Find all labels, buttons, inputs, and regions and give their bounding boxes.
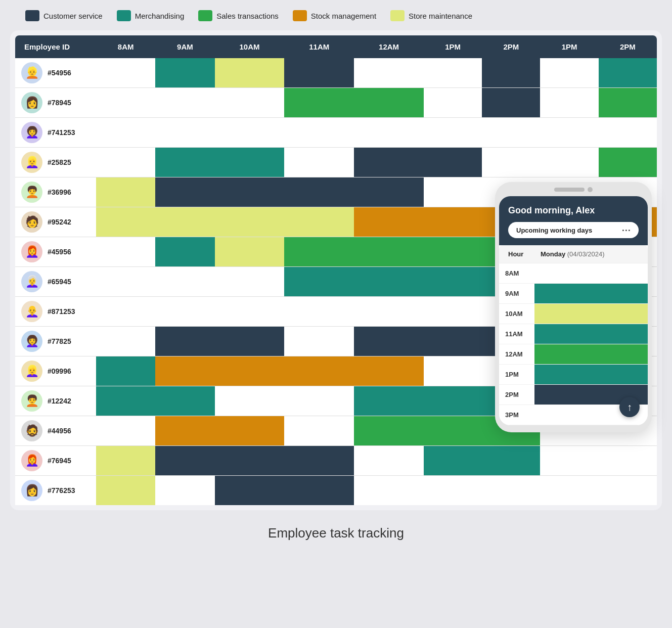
employee-cell-#12242: 🧑‍🦱#12242 bbox=[15, 386, 96, 416]
time-header-9AM-1: 9AM bbox=[155, 35, 214, 58]
sched-cell-#44956-3 bbox=[284, 416, 354, 446]
phone-sched-12AM bbox=[534, 344, 648, 365]
sched-cell-#25825-4 bbox=[354, 148, 424, 177]
table-row: 👩#78945 bbox=[15, 88, 657, 118]
avatar-#77825: 👩‍🦱 bbox=[21, 331, 42, 352]
sched-cell-#76945-6 bbox=[482, 446, 540, 476]
phone-hour-12AM: 12AM bbox=[499, 344, 534, 365]
avatar-#44956: 🧔 bbox=[21, 420, 42, 441]
sched-cell-#25825-0 bbox=[96, 148, 155, 177]
sched-cell-#25825-3 bbox=[284, 148, 354, 177]
sched-cell-#12242-2 bbox=[215, 386, 285, 416]
sched-cell-#871253-3 bbox=[284, 297, 354, 327]
sched-cell-#45956-2 bbox=[215, 237, 285, 267]
phone-hour-1PM: 1PM bbox=[499, 365, 534, 385]
phone-sched-10AM bbox=[534, 304, 648, 324]
upcoming-working-days-btn[interactable]: Upcoming working days ⋯ bbox=[508, 222, 639, 238]
page-title: Employee task tracking bbox=[268, 525, 404, 541]
sched-cell-#65945-3 bbox=[284, 267, 354, 297]
main-area: Employee ID8AM9AM10AM11AM12AM1PM2PM1PM2P… bbox=[10, 30, 662, 510]
sched-cell-#871253-1 bbox=[155, 297, 214, 327]
phone-schedule-row: 10AM bbox=[499, 304, 648, 324]
employee-cell-#45956: 👩‍🦰#45956 bbox=[15, 237, 96, 267]
sched-cell-#45956-3 bbox=[284, 237, 354, 267]
phone-card: Good morning, Alex Upcoming working days… bbox=[495, 182, 652, 432]
sched-cell-#25825-5 bbox=[424, 148, 482, 177]
sched-cell-#776253-0 bbox=[96, 476, 155, 506]
sched-cell-#44956-0 bbox=[96, 416, 155, 446]
time-header-2PM-6: 2PM bbox=[482, 35, 540, 58]
sched-cell-#78945-1 bbox=[155, 88, 214, 118]
sched-cell-#36996-3 bbox=[284, 177, 354, 207]
sched-cell-#25825-1 bbox=[155, 148, 214, 177]
phone-notch-pill bbox=[554, 188, 585, 192]
sched-cell-#09996-0 bbox=[96, 356, 155, 386]
sched-cell-#76945-7 bbox=[540, 446, 598, 476]
sched-cell-#54956-6 bbox=[482, 58, 540, 88]
sched-cell-#776253-6 bbox=[482, 476, 540, 506]
sched-cell-#78945-8 bbox=[599, 88, 657, 118]
legend-item-merchandising: Merchandising bbox=[117, 10, 185, 21]
sched-cell-#12242-1 bbox=[155, 386, 214, 416]
sched-cell-#776253-3 bbox=[284, 476, 354, 506]
sched-cell-#76945-8 bbox=[599, 446, 657, 476]
sched-cell-#36996-5 bbox=[424, 177, 482, 207]
emp-id-#871253: #871253 bbox=[48, 307, 75, 316]
legend-label-customer-service: Customer service bbox=[43, 12, 103, 20]
sched-cell-#65945-4 bbox=[354, 267, 424, 297]
scroll-up-fab[interactable]: ↑ bbox=[619, 397, 640, 417]
sched-cell-#25825-2 bbox=[215, 148, 285, 177]
sched-cell-#776253-5 bbox=[424, 476, 482, 506]
phone-schedule-row: 1PM bbox=[499, 365, 648, 385]
phone-day-header: Monday (04/03/2024) bbox=[534, 245, 648, 263]
time-header-1PM-7: 1PM bbox=[540, 35, 598, 58]
legend-label-sales-transactions: Sales transactions bbox=[216, 12, 279, 20]
sched-cell-#12242-3 bbox=[284, 386, 354, 416]
sched-cell-#44956-2 bbox=[215, 416, 285, 446]
avatar-#12242: 🧑‍🦱 bbox=[21, 390, 42, 412]
phone-hour-3PM: 3PM bbox=[499, 405, 534, 425]
sched-cell-#78945-7 bbox=[540, 88, 598, 118]
sched-cell-#45956-1 bbox=[155, 237, 214, 267]
sched-cell-#54956-0 bbox=[96, 58, 155, 88]
emp-id-#54956: #54956 bbox=[48, 69, 71, 77]
sched-cell-#36996-2 bbox=[215, 177, 285, 207]
legend-item-store-maintenance: Store maintenance bbox=[390, 10, 472, 21]
table-row: 👩‍🦰#76945 bbox=[15, 446, 657, 476]
sched-cell-#09996-5 bbox=[424, 356, 482, 386]
emp-id-#45956: #45956 bbox=[48, 248, 71, 256]
avatar-#95242: 🧑 bbox=[21, 211, 42, 233]
sched-cell-#95242-3 bbox=[284, 207, 354, 237]
time-header-12AM-4: 12AM bbox=[354, 35, 424, 58]
sched-cell-#871253-0 bbox=[96, 297, 155, 327]
phone-sched-1PM bbox=[534, 365, 648, 385]
time-header-1PM-5: 1PM bbox=[424, 35, 482, 58]
phone-schedule-row: 8AM bbox=[499, 263, 648, 284]
sched-cell-#78945-6 bbox=[482, 88, 540, 118]
sched-cell-#54956-4 bbox=[354, 58, 424, 88]
sched-cell-#95242-0 bbox=[96, 207, 155, 237]
employee-cell-#871253: 👩‍🦲#871253 bbox=[15, 297, 96, 327]
sched-cell-#95242-2 bbox=[215, 207, 285, 237]
sched-cell-#871253-5 bbox=[424, 297, 482, 327]
sched-cell-#77825-4 bbox=[354, 327, 424, 356]
sched-cell-#78945-2 bbox=[215, 88, 285, 118]
avatar-#09996: 👱‍♀️ bbox=[21, 361, 42, 382]
sched-cell-#09996-2 bbox=[215, 356, 285, 386]
phone-hour-9AM: 9AM bbox=[499, 284, 534, 304]
phone-greeting: Good morning, Alex bbox=[508, 205, 639, 216]
legend: Customer service Merchandising Sales tra… bbox=[25, 10, 472, 21]
legend-color-sales-transactions bbox=[198, 10, 212, 21]
employee-id-header: Employee ID bbox=[15, 35, 96, 58]
phone-schedule-row: 9AM bbox=[499, 284, 648, 304]
sched-cell-#741253-2 bbox=[215, 118, 285, 148]
legend-color-store-maintenance bbox=[390, 10, 405, 21]
legend-label-merchandising: Merchandising bbox=[135, 12, 185, 20]
more-options-icon[interactable]: ⋯ bbox=[621, 226, 631, 235]
sched-cell-#12242-0 bbox=[96, 386, 155, 416]
sched-cell-#95242-5 bbox=[424, 207, 482, 237]
time-header-2PM-8: 2PM bbox=[599, 35, 657, 58]
sched-cell-#25825-8 bbox=[599, 148, 657, 177]
legend-item-sales-transactions: Sales transactions bbox=[198, 10, 279, 21]
sched-cell-#741253-0 bbox=[96, 118, 155, 148]
